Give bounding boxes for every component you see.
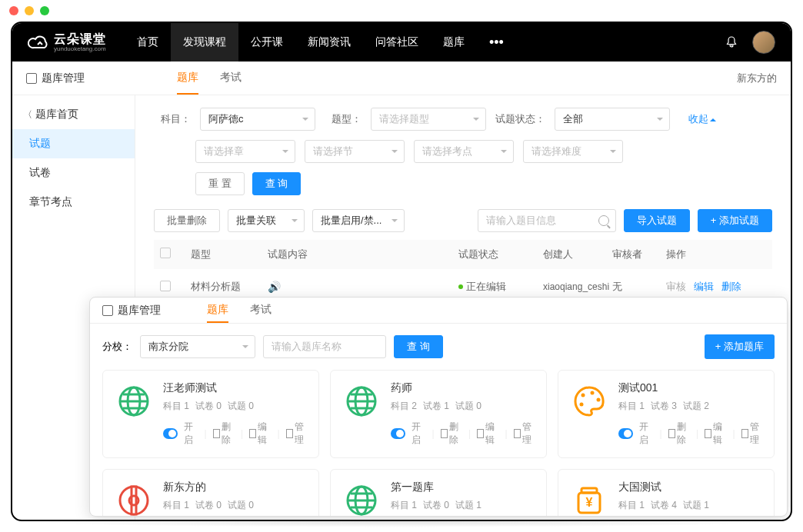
overlay-query-button[interactable]: 查 询 [394, 335, 443, 358]
cell-reviewer: 无 [612, 280, 666, 294]
top-nav: 云朵课堂 yunduoketang.com 首页发现课程公开课新闻资讯问答社区题… [12, 23, 791, 62]
card-title: 大国测试 [618, 480, 763, 494]
bank-search-input[interactable]: 请输入题库名称 [263, 335, 386, 358]
bell-icon[interactable] [725, 35, 738, 49]
collapse-link[interactable]: 收起 [688, 112, 716, 126]
toggle-switch[interactable] [163, 428, 178, 439]
logo[interactable]: 云朵课堂 yunduoketang.com [28, 33, 106, 52]
point-select[interactable]: 请选择考点 [414, 140, 514, 163]
bank-card: ¥ 大国测试 科目 1试卷 4试题 1 开启 | 删除 | 编辑 | 管理 [558, 469, 775, 516]
nav-item[interactable]: 问答社区 [363, 23, 431, 62]
user-avatar[interactable] [752, 31, 775, 54]
card-icon [114, 381, 154, 421]
type-select[interactable]: 请选择题型 [371, 108, 486, 131]
card-edit[interactable]: 编辑 [477, 421, 498, 447]
trash-icon [441, 429, 448, 438]
main-window: 云朵课堂 yunduoketang.com 首页发现课程公开课新闻资讯问答社区题… [11, 22, 792, 521]
card-delete[interactable]: 删除 [668, 421, 690, 447]
overlay-title: 题库管理 [102, 304, 161, 318]
sidebar-item[interactable]: 章节考点 [12, 188, 135, 217]
overlay-title-text: 题库管理 [118, 304, 161, 318]
bank-card: 汪老师测试 科目 1试卷 0试题 0 开启 | 删除 | 编辑 | 管理 [102, 370, 319, 458]
card-title: 药师 [391, 381, 535, 395]
subject-select[interactable]: 阿萨德c [200, 108, 315, 131]
branch-label: 分校： [102, 340, 132, 354]
search-input[interactable]: 请输入题目信息 [478, 209, 616, 232]
sidebar-item[interactable]: 试题 [12, 129, 135, 158]
card-meta: 科目 1试卷 3试题 2 [618, 400, 763, 413]
bank-card: 药师 科目 2试卷 1试题 0 开启 | 删除 | 编辑 | 管理 [330, 370, 547, 458]
nav-item[interactable]: 首页 [125, 23, 171, 62]
pencil-icon [249, 429, 256, 438]
sidebar-back[interactable]: 〈 题库首页 [12, 100, 135, 129]
select-all-checkbox[interactable] [160, 248, 171, 258]
doc-icon [26, 73, 37, 84]
reset-button[interactable]: 重 置 [195, 172, 245, 195]
nav-item[interactable]: 公开课 [238, 23, 295, 62]
card-meta: 科目 1试卷 0试题 0 [163, 499, 308, 512]
review-link[interactable]: 审核 [666, 280, 686, 294]
import-button[interactable]: 导入试题 [624, 209, 690, 232]
status-select[interactable]: 全部 [555, 108, 670, 131]
nav-item[interactable]: 发现课程 [171, 23, 238, 62]
grid-icon [286, 429, 293, 438]
audio-icon: 🔊 [268, 281, 281, 293]
card-meta: 科目 2试卷 1试题 0 [391, 400, 535, 413]
bank-card: 第一题库 科目 1试卷 0试题 1 开启 | 删除 | 编辑 | 管理 [330, 469, 547, 516]
mac-titlebar [0, 0, 803, 22]
card-meta: 科目 1试卷 4试题 1 [618, 499, 763, 512]
cell-type: 材料分析题 [191, 280, 268, 294]
page-title: 题库管理 [26, 71, 85, 85]
card-icon [342, 480, 382, 516]
questions-table: 题型 试题内容 试题状态 创建人 审核者 操作 材料分析题 🔊 正在编辑 xia… [154, 240, 772, 305]
card-edit[interactable]: 编辑 [705, 421, 726, 447]
batch-link-select[interactable]: 批量关联 [228, 209, 305, 232]
chapter-select[interactable]: 请选择章 [195, 140, 295, 163]
toggle-switch[interactable] [391, 428, 405, 439]
mac-zoom[interactable] [40, 6, 49, 15]
tab[interactable]: 题库 [177, 62, 198, 95]
add-question-button[interactable]: + 添加试题 [698, 209, 772, 232]
card-edit[interactable]: 编辑 [249, 421, 271, 447]
card-icon: ¥ [569, 480, 609, 516]
nav-item[interactable]: 题库 [431, 23, 477, 62]
overlay-window: 题库管理 题库考试 分校： 南京分院 请输入题库名称 查 询 + 添加题库 汪老… [89, 297, 788, 517]
th-reviewer: 审核者 [612, 248, 666, 261]
batch-enable-select[interactable]: 批量启用/禁... [312, 209, 405, 232]
nav-more[interactable]: ••• [477, 35, 516, 51]
page-title-text: 题库管理 [42, 71, 85, 85]
query-button[interactable]: 查 询 [252, 172, 302, 195]
batch-delete-button[interactable]: 批量删除 [154, 209, 220, 232]
card-icon [569, 381, 609, 421]
toggle-switch[interactable] [618, 428, 633, 439]
card-manage[interactable]: 管理 [741, 421, 763, 447]
delete-link[interactable]: 删除 [721, 280, 741, 294]
edit-link[interactable]: 编辑 [694, 280, 714, 294]
card-manage[interactable]: 管理 [286, 421, 308, 447]
th-creator: 创建人 [543, 248, 612, 261]
svg-point-12 [597, 398, 601, 402]
difficulty-select[interactable]: 请选择难度 [523, 140, 623, 163]
tab[interactable]: 考试 [250, 298, 272, 323]
logo-text: 云朵课堂 [54, 33, 106, 45]
nav-item[interactable]: 新闻资讯 [295, 23, 363, 62]
cell-content: 🔊 [268, 281, 458, 293]
toggle-label: 开启 [639, 421, 653, 447]
tab[interactable]: 题库 [207, 298, 228, 323]
branch-select[interactable]: 南京分院 [140, 335, 255, 358]
row-checkbox[interactable] [160, 281, 171, 291]
card-delete[interactable]: 删除 [441, 421, 462, 447]
th-ops: 操作 [666, 248, 766, 261]
section-select[interactable]: 请选择节 [305, 140, 405, 163]
card-meta: 科目 1试卷 0试题 1 [391, 499, 535, 512]
toggle-label: 开启 [184, 421, 198, 447]
card-delete[interactable]: 删除 [213, 421, 235, 447]
filter-type-label: 题型： [325, 112, 362, 126]
add-bank-button[interactable]: + 添加题库 [705, 334, 775, 359]
tab[interactable]: 考试 [220, 62, 242, 95]
logo-subtext: yunduoketang.com [54, 45, 106, 52]
mac-minimize[interactable] [25, 6, 34, 15]
sidebar-item[interactable]: 试卷 [12, 158, 135, 188]
mac-close[interactable] [9, 6, 18, 15]
card-manage[interactable]: 管理 [514, 421, 535, 447]
